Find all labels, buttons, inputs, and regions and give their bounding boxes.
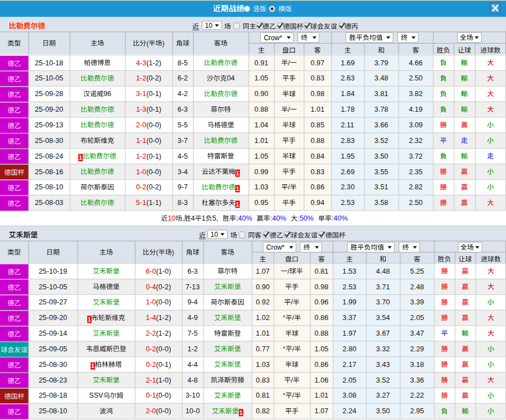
svg-text:6-3: 6-3 bbox=[178, 106, 188, 113]
svg-text:4.19: 4.19 bbox=[409, 106, 423, 113]
svg-text:0.90: 0.90 bbox=[256, 283, 270, 291]
svg-text:1-2: 1-2 bbox=[136, 74, 146, 82]
svg-text:2.82: 2.82 bbox=[409, 183, 423, 191]
svg-text:0-1: 0-1 bbox=[146, 392, 156, 399]
svg-text:2-0: 2-0 bbox=[146, 407, 156, 415]
svg-text:5,: 5, bbox=[212, 214, 219, 222]
svg-text:1.03: 1.03 bbox=[256, 361, 270, 369]
svg-text:25-09-13: 25-09-13 bbox=[35, 121, 63, 129]
svg-text:(1-0): (1-0) bbox=[156, 376, 171, 384]
svg-text:3.48: 3.48 bbox=[375, 74, 389, 82]
svg-text:/: / bbox=[292, 345, 295, 353]
svg-text:(1-0): (1-0) bbox=[156, 268, 171, 275]
svg-text:6-2: 6-2 bbox=[178, 74, 188, 82]
svg-text:0.83: 0.83 bbox=[311, 168, 325, 176]
svg-text:0.94: 0.94 bbox=[311, 199, 325, 207]
svg-text:(0-1): (0-1) bbox=[156, 361, 171, 369]
svg-text:SSV: SSV bbox=[89, 392, 103, 399]
svg-text:2.35: 2.35 bbox=[409, 168, 423, 176]
svg-text:1.01: 1.01 bbox=[256, 330, 270, 337]
svg-text:25-09-20: 25-09-20 bbox=[39, 314, 67, 322]
svg-text:1.78: 1.78 bbox=[341, 106, 355, 113]
svg-text:0.99: 0.99 bbox=[254, 168, 268, 176]
svg-text:25-08-18: 25-08-18 bbox=[39, 392, 67, 399]
svg-text:10-0: 10-0 bbox=[186, 407, 200, 415]
svg-text:3.52: 3.52 bbox=[375, 137, 389, 145]
svg-text:10: 10 bbox=[168, 214, 176, 222]
svg-text:3.09: 3.09 bbox=[409, 121, 423, 129]
svg-text:2.22: 2.22 bbox=[410, 392, 424, 399]
svg-text:3.36: 3.36 bbox=[410, 376, 424, 384]
svg-text:0.81: 0.81 bbox=[256, 392, 270, 399]
svg-text:2.69: 2.69 bbox=[341, 168, 355, 176]
svg-text:4-2: 4-2 bbox=[178, 90, 188, 98]
svg-text:(1-2): (1-2) bbox=[156, 330, 171, 337]
svg-text:1-1: 1-1 bbox=[136, 137, 146, 145]
svg-text:1.07: 1.07 bbox=[315, 407, 329, 415]
svg-text:2.17: 2.17 bbox=[343, 361, 357, 369]
svg-text:(0-0): (0-0) bbox=[146, 137, 162, 145]
svg-text:1: 1 bbox=[202, 214, 206, 222]
svg-text:(1-2): (1-2) bbox=[156, 314, 171, 322]
svg-text:3.43: 3.43 bbox=[376, 361, 390, 369]
svg-text:25-08-30: 25-08-30 bbox=[35, 137, 63, 145]
svg-text:3-7: 3-7 bbox=[178, 137, 188, 145]
svg-text::40%: :40% bbox=[236, 214, 252, 222]
svg-text:0.98: 0.98 bbox=[315, 283, 329, 291]
svg-text:3-4: 3-4 bbox=[178, 168, 188, 176]
svg-text:0.83: 0.83 bbox=[256, 376, 270, 384]
svg-text:7-13: 7-13 bbox=[186, 283, 200, 291]
svg-text:3.58: 3.58 bbox=[375, 199, 389, 207]
svg-text:1.01: 1.01 bbox=[311, 106, 325, 113]
svg-text:3.72: 3.72 bbox=[409, 152, 423, 160]
svg-text:1.01: 1.01 bbox=[315, 392, 329, 399]
svg-text:10: 10 bbox=[205, 22, 213, 30]
svg-text:3.39: 3.39 bbox=[410, 298, 424, 306]
svg-text:/: / bbox=[291, 298, 293, 306]
svg-text:0.84: 0.84 bbox=[311, 152, 325, 160]
svg-text:(0-0): (0-0) bbox=[156, 345, 171, 353]
svg-text:1: 1 bbox=[236, 201, 239, 208]
svg-text:0.86: 0.86 bbox=[315, 361, 329, 369]
svg-text:1: 1 bbox=[91, 362, 94, 369]
svg-text:1.04: 1.04 bbox=[254, 121, 268, 129]
svg-text:/: / bbox=[292, 314, 295, 322]
svg-text:3.32: 3.32 bbox=[376, 345, 390, 353]
svg-text:8-5: 8-5 bbox=[178, 59, 188, 67]
svg-text:1.03: 1.03 bbox=[254, 183, 268, 191]
svg-text:*: * bbox=[283, 345, 286, 353]
svg-text:3.47: 3.47 bbox=[410, 330, 424, 337]
svg-text:25-09-05: 25-09-05 bbox=[39, 345, 67, 353]
svg-text:(0-1): (0-1) bbox=[146, 106, 162, 113]
svg-text::40%: :40% bbox=[332, 214, 348, 222]
svg-text:(1-2): (1-2) bbox=[146, 59, 162, 67]
svg-text:2.50: 2.50 bbox=[409, 74, 423, 82]
svg-text:5-5: 5-5 bbox=[178, 121, 188, 129]
svg-text:1: 1 bbox=[236, 185, 239, 192]
svg-text:(0-2): (0-2) bbox=[146, 183, 162, 191]
svg-text:1.97: 1.97 bbox=[343, 330, 357, 337]
svg-text:(0-0): (0-0) bbox=[146, 121, 162, 129]
svg-text:1.84: 1.84 bbox=[341, 90, 355, 98]
svg-text:8-3: 8-3 bbox=[178, 199, 188, 207]
svg-text:25-09-28: 25-09-28 bbox=[35, 90, 63, 98]
svg-text:3-10: 3-10 bbox=[186, 392, 200, 399]
svg-text:/: / bbox=[287, 268, 290, 275]
svg-text::50%: :50% bbox=[297, 214, 314, 222]
svg-text:2.30: 2.30 bbox=[341, 183, 355, 191]
svg-text:25-10-19: 25-10-19 bbox=[39, 268, 67, 275]
svg-text:1: 1 bbox=[239, 409, 243, 416]
svg-text:0-2: 0-2 bbox=[146, 361, 156, 369]
svg-text:6-3: 6-3 bbox=[187, 268, 197, 275]
svg-text:25-09-20: 25-09-20 bbox=[35, 106, 63, 113]
svg-text:6-0: 6-0 bbox=[146, 268, 156, 275]
svg-text:25-10-05: 25-10-05 bbox=[35, 74, 63, 82]
svg-text:3.50: 3.50 bbox=[376, 407, 390, 415]
svg-text:2.48: 2.48 bbox=[410, 283, 424, 291]
svg-text:2.29: 2.29 bbox=[410, 345, 424, 353]
svg-text:(0-0): (0-0) bbox=[156, 407, 171, 415]
svg-text:0.88: 0.88 bbox=[254, 106, 268, 113]
svg-text:0-2: 0-2 bbox=[136, 183, 146, 191]
svg-text:2.05: 2.05 bbox=[410, 314, 424, 322]
svg-text:3.81: 3.81 bbox=[375, 90, 389, 98]
